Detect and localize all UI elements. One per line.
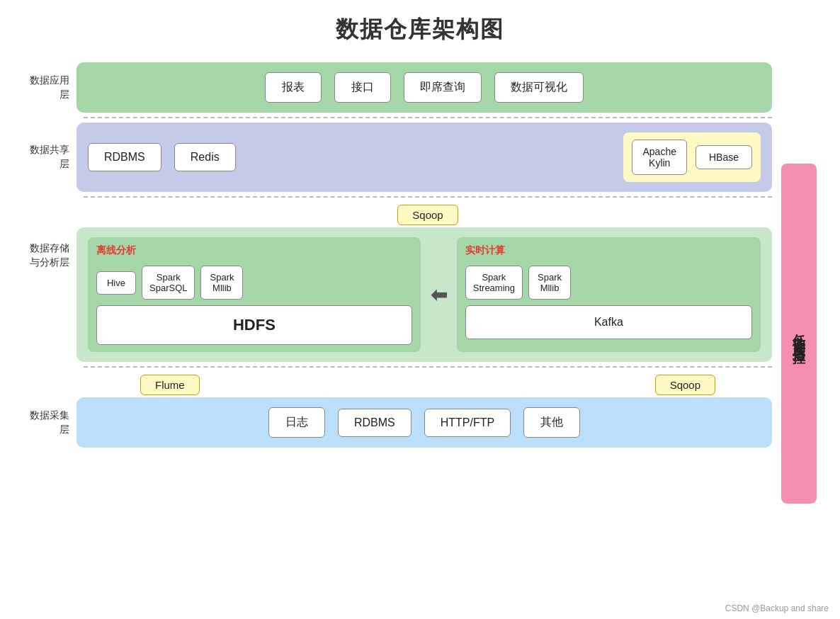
collection-item-2: HTTP/FTP [424,409,511,437]
flume-box: Flume [140,375,200,395]
separator-3 [84,366,772,368]
hive-box: Hive [96,271,136,295]
storage-layer-box: 离线分析 Hive SparkSparSQL SparkMllib HDFS ⬅ [76,227,772,362]
spark-streaming-box: SparkStreaming [465,266,523,300]
collection-layer-content: 日志 RDBMS HTTP/FTP 其他 [76,397,772,448]
sharing-layer-row: 数据共享层 RDBMS Redis ApacheKylin HBase [21,123,772,192]
app-item-1: 接口 [334,72,391,103]
offline-section: 离线分析 Hive SparkSparSQL SparkMllib HDFS [88,237,421,352]
bottom-connector-row: Flume Sqoop [84,372,772,397]
hdfs-arrow: ⬅ [431,237,447,352]
app-layer-label: 数据应用层 [21,74,76,101]
sharing-left: RDBMS Redis [88,143,611,171]
apache-kylin-box: ApacheKylin [632,140,686,175]
sharing-layer-content: RDBMS Redis ApacheKylin HBase [76,123,772,192]
app-item-3: 数据可视化 [494,72,584,103]
realtime-title: 实时计算 [465,244,752,257]
sharing-layer-label: 数据共享层 [21,143,76,171]
realtime-section: 实时计算 SparkStreaming SparkMllib Kafka [457,237,761,352]
sharing-layer-box: RDBMS Redis ApacheKylin HBase [76,123,772,192]
main-layout: 数据应用层 报表 接口 即席查询 数据可视化 数据共享层 RDBMS Redis [21,62,819,605]
hdfs-box: HDFS [96,305,412,345]
spark-sparsql-box: SparkSparSQL [142,266,195,300]
arrow-icon: ⬅ [431,283,447,307]
realtime-top-row: SparkStreaming SparkMllib [465,266,752,300]
layers-area: 数据应用层 报表 接口 即席查询 数据可视化 数据共享层 RDBMS Redis [21,62,772,605]
redis-box: Redis [174,143,236,171]
storage-layer-row: 数据存储与分析层 离线分析 Hive SparkSparSQL SparkMll… [21,227,772,362]
side-bar-box: 任务调度与监控 [781,164,817,504]
spark-mllib-realtime-box: SparkMllib [528,266,571,300]
offline-title: 离线分析 [96,244,412,257]
separator-1 [84,117,772,118]
spark-mllib-offline-box: SparkMllib [200,266,243,300]
app-layer-row: 数据应用层 报表 接口 即席查询 数据可视化 [21,62,772,113]
side-bar-label: 任务调度与监控 [790,324,807,343]
collection-item-0: 日志 [268,407,325,438]
app-item-0: 报表 [265,72,322,103]
collection-layer-label: 数据采集层 [21,409,76,436]
app-item-2: 即席查询 [404,72,482,103]
sqoop-bottom-box: Sqoop [655,375,715,395]
bottom-connector-inner: Flume Sqoop [84,375,772,395]
storage-layer-content: 离线分析 Hive SparkSparSQL SparkMllib HDFS ⬅ [76,227,772,362]
hbase-box: HBase [696,145,752,169]
watermark: CSDN @Backup and share [725,603,829,613]
page-title: 数据仓库架构图 [336,14,504,45]
sqoop-top-row: Sqoop [84,202,772,227]
offline-tools-row: Hive SparkSparSQL SparkMllib [96,266,412,300]
collection-layer-box: 日志 RDBMS HTTP/FTP 其他 [76,397,772,448]
side-bar: 任务调度与监控 [779,62,819,605]
collection-layer-row: 数据采集层 日志 RDBMS HTTP/FTP 其他 [21,397,772,448]
sharing-right: ApacheKylin HBase [623,132,761,182]
app-layer-content: 报表 接口 即席查询 数据可视化 [76,62,772,113]
sqoop-top-center: Sqoop [84,205,772,225]
sqoop-top-box: Sqoop [397,205,458,225]
storage-layer-label: 数据存储与分析层 [21,227,76,269]
rdbms-box: RDBMS [88,143,161,171]
collection-item-1: RDBMS [338,409,412,437]
app-layer-box: 报表 接口 即席查询 数据可视化 [76,62,772,113]
kafka-box: Kafka [465,305,752,339]
collection-item-3: 其他 [523,407,580,438]
separator-2 [84,196,772,198]
